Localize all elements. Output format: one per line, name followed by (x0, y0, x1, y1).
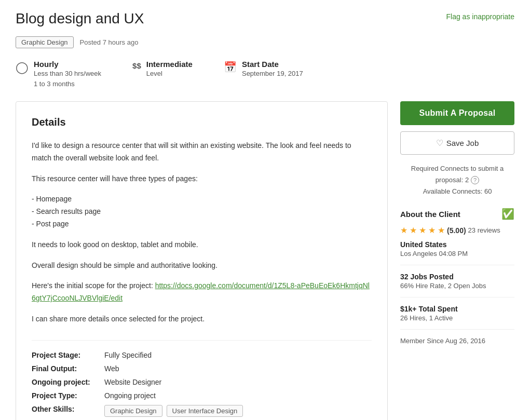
client-total-spent: $1k+ Total Spent 26 Hires, 1 Active (400, 305, 514, 322)
skill-ui-design: User Interface Design (167, 405, 243, 417)
skills-list: Graphic Design User Interface Design (104, 405, 243, 417)
job-attributes: ◯ Hourly Less than 30 hrs/week 1 to 3 mo… (16, 60, 514, 89)
rate-sub1: Less than 30 hrs/week (34, 69, 101, 79)
save-job-button[interactable]: ♡ Save Job (400, 131, 514, 155)
member-since: Member Since Aug 26, 2016 (400, 337, 514, 345)
page-title: Blog design and UX (16, 10, 144, 27)
details-heading: Details (32, 116, 372, 128)
star1: ★ (400, 225, 407, 235)
calendar-icon: 📅 (224, 61, 237, 73)
submit-proposal-button[interactable]: Submit A Proposal (400, 101, 514, 125)
connects-line3: Available Connects: 60 (400, 186, 514, 197)
details-body3: - Homepage - Search results page - Post … (32, 193, 372, 230)
posted-time: Posted 7 hours ago (80, 38, 139, 46)
heart-icon: ♡ (436, 138, 443, 148)
client-section: About the Client ✅ ★ ★ ★ ★ ★ (5.00) 23 r… (400, 208, 514, 345)
project-meta: Project Stage: Fully Specified Final Out… (32, 340, 372, 417)
connects-box: Required Connects to submit a proposal: … (400, 163, 514, 197)
client-header: About the Client ✅ (400, 208, 514, 220)
level-label: Intermediate (146, 60, 193, 69)
category-tag: Graphic Design (16, 36, 74, 48)
other-skills-row: Other Skills: Graphic Design User Interf… (32, 405, 372, 417)
skill-graphic-design: Graphic Design (104, 405, 162, 417)
hires-active: 26 Hires, 1 Active (400, 314, 514, 322)
verified-icon: ✅ (501, 208, 514, 220)
project-stage-row: Project Stage: Fully Specified (32, 351, 372, 359)
connects-line2: proposal: 2 (436, 174, 469, 186)
star3: ★ (419, 225, 426, 235)
details-body4: It needs to look good on desktop, tablet… (32, 239, 372, 251)
start-attr: 📅 Start Date September 19, 2017 (224, 60, 303, 79)
hire-rate: 66% Hire Rate, 2 Open Jobs (400, 282, 514, 290)
details-body6: Here's the initial scope for the project… (32, 280, 372, 305)
stars-row: ★ ★ ★ ★ ★ (5.00) 23 reviews (400, 225, 514, 235)
final-output-label: Final Output: (32, 364, 104, 373)
star4: ★ (428, 225, 436, 235)
ongoing-row: Ongoing project: Website Designer (32, 378, 372, 386)
details-panel: Details I'd like to design a resource ce… (16, 101, 388, 420)
reviews-count: 23 reviews (468, 226, 500, 234)
level-attr: $$ Intermediate Level (132, 60, 193, 79)
divider3 (400, 329, 514, 330)
project-stage-value: Fully Specified (104, 351, 152, 359)
sidebar: Submit A Proposal ♡ Save Job Required Co… (400, 101, 514, 345)
rate-label: Hourly (34, 60, 101, 69)
start-label: Start Date (242, 60, 303, 69)
save-job-label: Save Job (446, 139, 479, 147)
final-output-value: Web (104, 364, 119, 373)
rate-sub2: 1 to 3 months (34, 79, 101, 89)
details-body2: This resource center will have three typ… (32, 173, 372, 185)
other-skills-label: Other Skills: (32, 405, 104, 417)
client-jobs-posted: 32 Jobs Posted 66% Hire Rate, 2 Open Job… (400, 273, 514, 290)
rate-attr: ◯ Hourly Less than 30 hrs/week 1 to 3 mo… (16, 60, 101, 89)
project-type-row: Project Type: Ongoing project (32, 391, 372, 400)
rating-value: (5.00) (447, 226, 466, 235)
ongoing-label: Ongoing project: (32, 378, 104, 386)
details-body5: Overall design should be simple and auth… (32, 260, 372, 272)
details-body1: I'd like to design a resource center tha… (32, 140, 372, 165)
star5: ★ (438, 225, 445, 235)
connects-line1: Required Connects to submit a (411, 165, 504, 172)
ongoing-value: Website Designer (104, 378, 161, 386)
level-sub: Level (146, 69, 193, 79)
dollar-icon: $$ (132, 61, 141, 70)
total-spent-label: $1k+ Total Spent (400, 305, 514, 313)
info-icon[interactable]: ? (471, 176, 479, 184)
client-country: United States (400, 240, 514, 249)
project-type-label: Project Type: (32, 391, 104, 400)
final-output-row: Final Output: Web (32, 364, 372, 373)
clock-icon: ◯ (16, 61, 29, 74)
divider2 (400, 297, 514, 297)
client-location: United States Los Angeles 04:08 PM (400, 240, 514, 258)
project-stage-label: Project Stage: (32, 351, 104, 359)
flag-inappropriate-link[interactable]: Flag as inappropriate (446, 10, 514, 21)
star2: ★ (410, 225, 417, 235)
details-body7: I can share more details once selected f… (32, 313, 372, 326)
project-type-value: Ongoing project (104, 391, 156, 400)
start-date: September 19, 2017 (242, 69, 303, 79)
client-city: Los Angeles 04:08 PM (400, 250, 514, 258)
divider (400, 265, 514, 265)
jobs-posted-label: 32 Jobs Posted (400, 273, 514, 281)
about-client-title: About the Client (400, 210, 460, 219)
